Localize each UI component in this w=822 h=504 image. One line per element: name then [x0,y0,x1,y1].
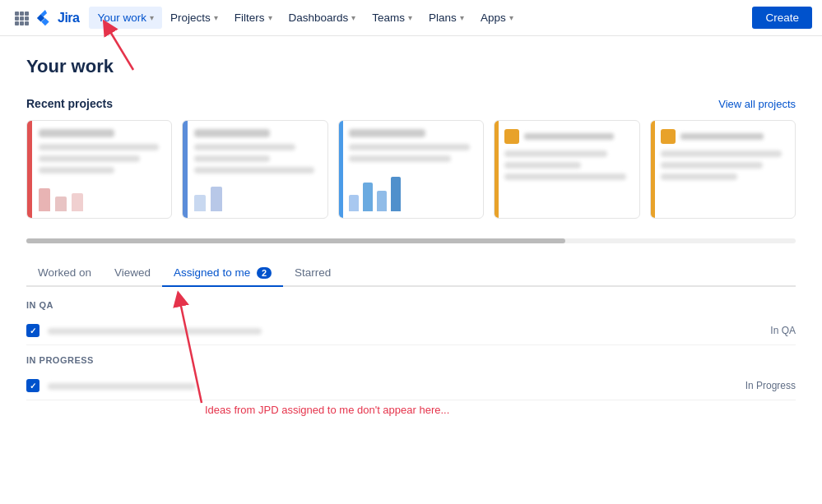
status-label-inqa: IN QA [26,300,796,310]
chevron-down-icon: ▾ [150,13,154,22]
work-item-content [48,378,732,393]
chevron-down-icon: ▾ [408,13,412,22]
svg-rect-6 [15,21,19,25]
jira-logo[interactable]: Jira [36,9,79,27]
create-button[interactable]: Create [752,7,812,29]
svg-rect-0 [15,12,19,16]
svg-rect-4 [20,16,24,21]
status-section-inqa: IN QA In QA [26,300,796,345]
chevron-down-icon: ▾ [460,13,464,22]
recent-projects-header: Recent projects View all projects [26,97,796,110]
work-item-title-blur [48,383,196,390]
tab-worked-on[interactable]: Worked on [26,260,103,287]
project-card[interactable] [494,120,639,219]
tab-viewed[interactable]: Viewed [103,260,162,287]
svg-rect-2 [25,12,29,16]
svg-rect-3 [15,16,19,21]
projects-scrollbar[interactable] [26,238,796,243]
chevron-down-icon: ▾ [351,13,355,22]
work-item-content [48,323,757,338]
navbar: Jira Your work ▾ Projects ▾ Filters ▾ Da… [0,0,822,36]
logo-text: Jira [58,11,79,25]
status-section-inprogress: IN PROGRESS In Progress [26,355,796,400]
status-label-inprogress: IN PROGRESS [26,355,796,365]
work-item[interactable]: In Progress [26,372,796,400]
nav-item-apps[interactable]: Apps ▾ [472,7,522,29]
page-body: Your work Recent projects View all proje… [0,36,822,430]
work-item-status: In Progress [745,380,796,391]
work-item[interactable]: In QA [26,317,796,345]
checkbox-checked[interactable] [26,379,39,392]
project-card[interactable] [650,120,796,219]
tab-assigned-to-me[interactable]: Assigned to me 2 [162,260,283,287]
svg-rect-5 [25,16,29,21]
checkbox-checked[interactable] [26,324,39,337]
nav-item-your-work[interactable]: Your work ▾ [89,7,162,29]
nav-item-filters[interactable]: Filters ▾ [226,7,281,29]
tabs-bar: Worked on Viewed Assigned to me 2 Starre… [26,260,796,287]
project-card[interactable] [182,120,327,219]
svg-rect-8 [25,21,29,25]
chevron-down-icon: ▾ [509,13,513,22]
chevron-down-icon: ▾ [268,13,272,22]
nav-item-dashboards[interactable]: Dashboards ▾ [281,7,365,29]
grid-icon[interactable] [10,7,33,30]
svg-rect-7 [20,21,24,25]
nav-item-projects[interactable]: Projects ▾ [162,7,226,29]
work-item-status: In QA [770,325,796,336]
work-item-title-blur [48,328,262,335]
recent-projects-title: Recent projects [26,97,113,110]
tab-starred[interactable]: Starred [283,260,342,287]
nav-items: Your work ▾ Projects ▾ Filters ▾ Dashboa… [89,7,521,29]
project-card[interactable] [26,120,172,219]
nav-item-plans[interactable]: Plans ▾ [420,7,472,29]
project-card[interactable] [338,120,484,219]
svg-rect-1 [20,12,24,16]
page-title: Your work [26,56,796,77]
nav-item-teams[interactable]: Teams ▾ [364,7,420,29]
view-all-projects-link[interactable]: View all projects [718,98,796,110]
projects-grid [26,120,796,219]
chevron-down-icon: ▾ [214,13,218,22]
assigned-badge: 2 [257,267,272,279]
